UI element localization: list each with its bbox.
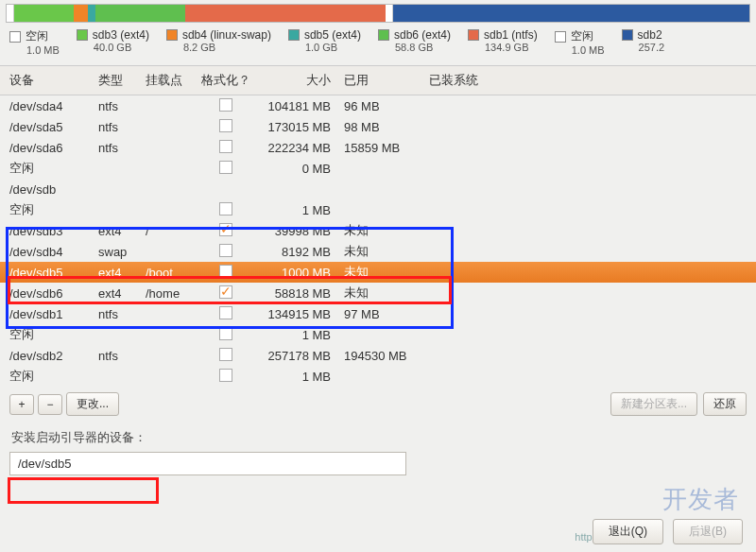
cell-size: 0 MB <box>255 160 340 178</box>
legend-swatch <box>9 31 21 43</box>
table-row[interactable]: /dev/sda5ntfs173015 MB98 MB <box>0 116 756 137</box>
cell-mount <box>142 354 197 357</box>
table-row[interactable]: 空闲1 MB <box>0 199 756 220</box>
legend-label: sdb4 (linux-swap) <box>182 28 271 42</box>
cell-device: /dev/sda6 <box>0 139 94 157</box>
cell-system <box>425 187 539 191</box>
format-checkbox[interactable] <box>219 98 232 112</box>
table-row[interactable]: /dev/sdb6ext4/home58818 MB未知 <box>0 283 756 303</box>
cell-size: 104181 MB <box>255 97 340 115</box>
legend-swatch <box>622 29 633 41</box>
table-row[interactable]: 空闲0 MB <box>0 158 756 179</box>
cell-system <box>425 312 539 316</box>
cell-device: /dev/sdb3 <box>0 222 94 240</box>
cell-used: 未知 <box>340 283 425 303</box>
cell-type <box>94 166 142 170</box>
table-row[interactable]: /dev/sdb1ntfs134915 MB97 MB <box>0 303 756 324</box>
cell-type <box>94 187 142 191</box>
legend-label: sdb1 (ntfs) <box>484 28 538 42</box>
cell-format <box>197 200 255 220</box>
legend-label: sdb2 <box>638 28 662 42</box>
cell-type: ntfs <box>94 118 142 136</box>
format-checkbox[interactable] <box>219 369 232 382</box>
cell-format <box>197 96 255 116</box>
format-checkbox[interactable] <box>219 161 232 174</box>
format-checkbox[interactable] <box>219 244 232 257</box>
add-partition-button[interactable]: + <box>9 394 34 415</box>
legend-label: 空闲 <box>571 28 593 44</box>
annotation-red-boot <box>8 477 159 504</box>
table-row[interactable]: /dev/sdb <box>0 179 756 199</box>
cell-system <box>425 125 539 129</box>
remove-partition-button[interactable]: − <box>38 394 62 415</box>
cell-mount <box>142 208 197 212</box>
cell-type <box>94 374 142 378</box>
table-row[interactable]: /dev/sdb3ext4/39998 MB未知 <box>0 220 756 241</box>
cell-used <box>340 374 425 378</box>
cell-device: 空闲 <box>0 158 94 179</box>
bootloader-device-select[interactable]: /dev/sdb5 <box>9 452 406 475</box>
legend-swatch <box>166 29 178 41</box>
quit-button[interactable]: 退出(Q) <box>593 519 663 544</box>
table-row[interactable]: /dev/sdb4swap8192 MB未知 <box>0 241 756 262</box>
table-row[interactable]: /dev/sdb5ext4/boot1000 MB未知 <box>0 262 756 283</box>
cell-size <box>255 187 340 191</box>
legend-size: 1.0 MB <box>26 44 60 56</box>
cell-device: 空闲 <box>0 366 94 387</box>
format-checkbox[interactable] <box>219 348 232 361</box>
cell-used <box>340 187 425 191</box>
col-header-system: 已装系统 <box>425 70 539 91</box>
cell-used: 未知 <box>340 262 425 283</box>
change-partition-button[interactable]: 更改... <box>66 392 119 416</box>
cell-format <box>197 325 255 345</box>
cell-format <box>197 284 255 303</box>
revert-button[interactable]: 还原 <box>703 392 747 416</box>
cell-mount <box>142 250 197 253</box>
cell-system <box>425 146 539 149</box>
cell-mount <box>142 333 197 336</box>
legend-swatch <box>77 29 88 41</box>
format-checkbox[interactable] <box>219 202 232 216</box>
cell-format <box>197 159 255 179</box>
cell-size: 173015 MB <box>255 118 340 136</box>
partition-table-body: /dev/sda4ntfs104181 MB96 MB/dev/sda5ntfs… <box>0 95 756 387</box>
legend-label: sdb5 (ext4) <box>304 28 361 42</box>
table-row[interactable]: 空闲1 MB <box>0 324 756 345</box>
format-checkbox[interactable] <box>219 285 232 299</box>
table-row[interactable]: 空闲1 MB <box>0 366 756 387</box>
format-checkbox[interactable] <box>219 140 232 153</box>
cell-system <box>425 333 539 336</box>
legend-item: 空闲1.0 MB <box>555 28 605 56</box>
legend-item: 空闲1.0 MB <box>9 28 60 56</box>
partition-legend: 空闲1.0 MBsdb3 (ext4)40.0 GBsdb4 (linux-sw… <box>0 23 756 65</box>
table-row[interactable]: /dev/sdb2ntfs257178 MB194530 MB <box>0 345 756 366</box>
legend-swatch <box>468 29 479 41</box>
legend-size: 134.9 GB <box>485 42 538 53</box>
cell-type: ext4 <box>94 285 142 302</box>
table-row[interactable]: /dev/sda6ntfs222234 MB15859 MB <box>0 137 756 158</box>
col-header-used: 已用 <box>340 70 425 91</box>
cell-used <box>340 333 425 336</box>
legend-size: 1.0 MB <box>572 44 605 56</box>
cell-mount <box>142 187 197 191</box>
cell-device: /dev/sdb6 <box>0 285 94 302</box>
cell-used: 未知 <box>340 241 425 262</box>
cell-type: swap <box>94 243 142 261</box>
table-row[interactable]: /dev/sda4ntfs104181 MB96 MB <box>0 95 756 116</box>
cell-system <box>425 208 539 212</box>
cell-used: 98 MB <box>340 118 425 136</box>
cell-type: ext4 <box>94 264 142 282</box>
new-partition-table-button[interactable]: 新建分区表... <box>610 392 697 416</box>
format-checkbox[interactable] <box>219 327 232 340</box>
cell-format <box>197 346 255 366</box>
format-checkbox[interactable] <box>219 265 232 278</box>
cell-format <box>197 242 255 262</box>
cell-system <box>425 291 539 295</box>
format-checkbox[interactable] <box>219 223 232 236</box>
legend-item: sdb1 (ntfs)134.9 GB <box>468 28 538 53</box>
format-checkbox[interactable] <box>219 119 232 132</box>
back-button[interactable]: 后退(B) <box>673 519 743 544</box>
cell-system <box>425 229 539 233</box>
cell-type <box>94 333 142 336</box>
format-checkbox[interactable] <box>219 306 232 319</box>
